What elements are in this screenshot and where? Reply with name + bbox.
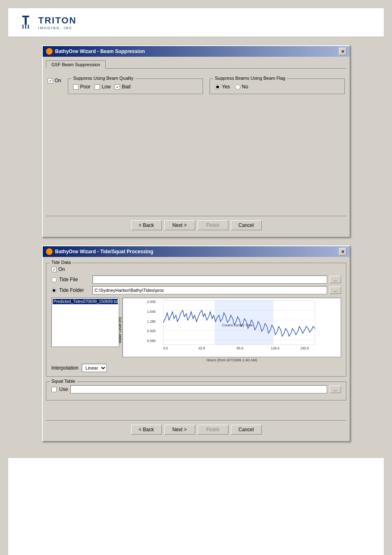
suppress-quality-group: Suppress Using Beam Quality Poor Low bbox=[68, 79, 203, 94]
yes-radio[interactable] bbox=[215, 84, 220, 90]
tide-data-label: Tide Data bbox=[50, 260, 72, 265]
dialog2-button-bar: < Back Next > Finish Cancel bbox=[46, 420, 346, 438]
tide-on-label: On bbox=[58, 266, 65, 272]
browse-tide-folder-button[interactable]: ... bbox=[330, 287, 341, 294]
chart-row: Predicted_Tides070699_150699.tid Water L… bbox=[51, 298, 341, 362]
svg-text:1.280: 1.280 bbox=[147, 319, 156, 324]
logo: TRITON IMAGING, INC bbox=[16, 13, 76, 32]
dialog1-title-text: BathyOne Wizard - Beam Suppression bbox=[55, 49, 145, 54]
poor-checkbox[interactable] bbox=[73, 84, 78, 90]
dialog2-cancel-button[interactable]: Cancel bbox=[231, 425, 262, 435]
squat-use-row: Use ... bbox=[51, 385, 341, 393]
dialog2-finish-button[interactable]: Finish bbox=[198, 425, 228, 435]
svg-text:192.6: 192.6 bbox=[300, 346, 309, 350]
beam-controls-row: On Suppress Using Beam Quality Poor bbox=[46, 73, 346, 97]
logo-imaging: IMAGING, INC bbox=[38, 26, 76, 30]
dialog2-titlebar: BathyOne Wizard - Tide/Squat Processing … bbox=[43, 246, 350, 257]
tide-chart-svg: 2.000 1.640 1.280 0.920 0.560 bbox=[123, 298, 341, 357]
dialog1-empty-space bbox=[46, 97, 346, 213]
on-checkbox-container: On bbox=[48, 78, 61, 83]
svg-text:128.4: 128.4 bbox=[271, 346, 279, 350]
dialog1-titlebar: BathyOne Wizard - Beam Suppression ✕ bbox=[43, 46, 350, 57]
dialog1-cancel-button[interactable]: Cancel bbox=[231, 220, 262, 230]
squat-table-input[interactable] bbox=[70, 385, 327, 393]
bad-checkbox-label: Bad bbox=[115, 84, 130, 90]
tide-file-radio[interactable] bbox=[51, 277, 57, 282]
logo-triton: TRITON bbox=[38, 15, 76, 26]
interpolation-row: Interpolation Linear Cubic None bbox=[51, 364, 341, 372]
browse-squat-button[interactable]: ... bbox=[330, 386, 341, 393]
on-label: On bbox=[55, 78, 61, 83]
dialog1-finish-button[interactable]: Finish bbox=[198, 220, 228, 230]
dialog2-next-button[interactable]: Next > bbox=[164, 425, 195, 435]
no-radio-label: No bbox=[235, 84, 248, 90]
tide-file-input[interactable] bbox=[92, 275, 327, 284]
dialog1-close-button[interactable]: ✕ bbox=[339, 48, 346, 55]
y-axis-label: Water Level (m) bbox=[118, 317, 122, 343]
low-checkbox[interactable] bbox=[95, 84, 100, 90]
suppress-flag-group: Suppress Beams Using Beam Flag Yes No bbox=[210, 79, 345, 94]
triton-logo-icon bbox=[16, 13, 35, 32]
dialog1-button-bar: < Back Next > Finish Cancel bbox=[46, 216, 346, 234]
squat-use-checkbox[interactable] bbox=[51, 387, 57, 392]
dialog1-title-icon bbox=[46, 48, 53, 55]
tide-folder-label: Tide Folder bbox=[59, 287, 90, 293]
tide-folder-row: Tide Folder ... bbox=[51, 286, 341, 294]
svg-text:42.8: 42.8 bbox=[198, 346, 205, 350]
browse-tide-file-button[interactable]: ... bbox=[330, 276, 341, 283]
tide-on-checkbox-label: On bbox=[51, 266, 341, 272]
dialog1-back-button[interactable]: < Back bbox=[131, 220, 162, 230]
low-label: Low bbox=[101, 84, 111, 90]
tide-on-checkbox[interactable] bbox=[51, 267, 57, 272]
on-checkbox[interactable] bbox=[48, 78, 53, 83]
tide-folder-input[interactable] bbox=[92, 286, 327, 294]
beam-suppression-dialog: BathyOne Wizard - Beam Suppression ✕ GSF… bbox=[42, 45, 350, 237]
dialog2-back-button[interactable]: < Back bbox=[131, 425, 162, 435]
svg-text:2.000: 2.000 bbox=[147, 300, 156, 304]
x-axis-label: Hours (from 6/7/1999 1:40 AM) bbox=[122, 358, 341, 362]
svg-text:0.920: 0.920 bbox=[147, 329, 156, 333]
svg-text:0.560: 0.560 bbox=[147, 339, 156, 343]
dialog1-content: GSF Beam Suppression On Suppress Using B… bbox=[43, 57, 350, 237]
header: TRITON IMAGING, INC bbox=[8, 8, 384, 37]
dialog1-title-left: BathyOne Wizard - Beam Suppression bbox=[46, 48, 145, 55]
squat-table-label: Squat Table bbox=[50, 379, 77, 384]
chart-wrapper: Water Level (m) 2.000 1.640 1.280 0.920 … bbox=[122, 298, 341, 362]
dialog2-empty-space bbox=[46, 400, 346, 417]
low-checkbox-label: Low bbox=[95, 84, 111, 90]
no-radio[interactable] bbox=[235, 84, 240, 90]
dialog1-next-button[interactable]: Next > bbox=[164, 220, 195, 230]
interpolation-label: Interpolation bbox=[51, 365, 78, 371]
dialog2-close-button[interactable]: ✕ bbox=[339, 248, 346, 255]
svg-text:Covers Survey Time: Covers Survey Time bbox=[222, 323, 253, 327]
svg-text:85.6: 85.6 bbox=[237, 346, 244, 350]
svg-rect-17 bbox=[214, 301, 273, 345]
svg-rect-1 bbox=[22, 16, 29, 17]
tab-gsf-beam-suppression[interactable]: GSF Beam Suppression bbox=[46, 60, 106, 69]
suppress-quality-label: Suppress Using Beam Quality bbox=[71, 76, 135, 81]
tide-squat-dialog: BathyOne Wizard - Tide/Squat Processing … bbox=[42, 245, 350, 442]
svg-rect-2 bbox=[25, 17, 27, 25]
tide-file-list[interactable]: Predicted_Tides070699_150699.tid bbox=[51, 298, 119, 347]
no-label: No bbox=[242, 84, 248, 90]
yes-label: Yes bbox=[222, 84, 230, 90]
bad-label: Bad bbox=[122, 84, 130, 90]
dialog2-title-icon bbox=[46, 248, 53, 255]
svg-text:0.0: 0.0 bbox=[163, 346, 168, 350]
squat-table-group: Squat Table Use ... bbox=[46, 382, 346, 400]
logo-text: TRITON IMAGING, INC bbox=[38, 15, 76, 30]
squat-use-label: Use bbox=[59, 386, 68, 392]
tide-data-group: Tide Data On Tide File ... bbox=[46, 263, 346, 377]
yes-radio-label: Yes bbox=[215, 84, 230, 90]
poor-checkbox-label: Poor bbox=[73, 84, 90, 90]
chart-area: 2.000 1.640 1.280 0.920 0.560 bbox=[122, 298, 341, 357]
tide-file-entry[interactable]: Predicted_Tides070699_150699.tid bbox=[53, 299, 118, 304]
tide-folder-radio[interactable] bbox=[51, 288, 57, 293]
dialog2-title-left: BathyOne Wizard - Tide/Squat Processing bbox=[46, 248, 153, 255]
tide-file-row: Tide File ... bbox=[51, 275, 341, 284]
svg-text:1.640: 1.640 bbox=[147, 310, 156, 314]
tide-file-label: Tide File bbox=[59, 277, 90, 282]
bad-checkbox[interactable] bbox=[115, 84, 120, 90]
interpolation-select[interactable]: Linear Cubic None bbox=[82, 364, 107, 372]
dialog2-title-text: BathyOne Wizard - Tide/Squat Processing bbox=[55, 249, 153, 254]
